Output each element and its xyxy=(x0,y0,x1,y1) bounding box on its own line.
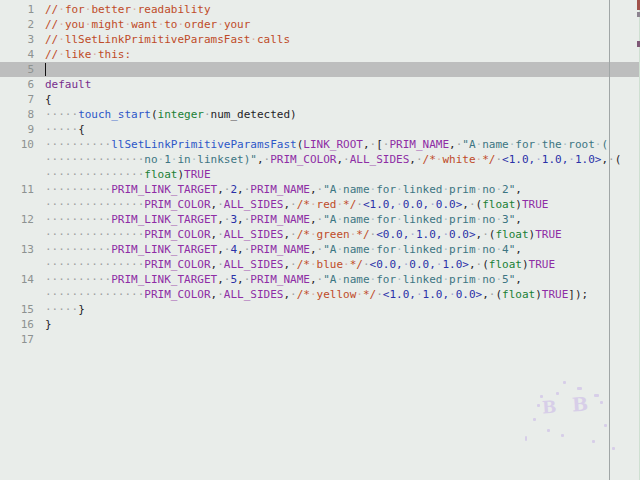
token: ALL_SIDES xyxy=(350,153,410,166)
watermark-letter: B xyxy=(571,396,588,412)
line-number xyxy=(0,227,34,242)
token: ,· xyxy=(310,213,323,226)
token: ,·( xyxy=(482,288,502,301)
token: PRIM_COLOR xyxy=(270,153,336,166)
code-text[interactable] xyxy=(34,332,640,347)
token: , xyxy=(515,243,522,256)
token: float xyxy=(502,288,535,301)
code-text[interactable]: default xyxy=(34,77,640,92)
token: ·········· xyxy=(45,138,111,151)
code-text[interactable]: ···············float)TRUE xyxy=(34,167,640,182)
script-editor[interactable]: 1//·for·better·readability2//·you·might·… xyxy=(0,0,640,480)
code-line[interactable]: 15·····} xyxy=(0,302,640,317)
token: ) xyxy=(535,288,542,301)
code-line[interactable]: 12··········PRIM_LINK_TARGET,·3,·PRIM_NA… xyxy=(0,212,640,227)
code-line[interactable]: ···············float)TRUE xyxy=(0,167,640,182)
token: TRUE xyxy=(522,198,549,211)
code-text[interactable]: ···············PRIM_COLOR,·ALL_SIDES,·/*… xyxy=(34,257,640,272)
token: , xyxy=(515,273,522,286)
token: ]); xyxy=(568,288,588,301)
token: ·········· xyxy=(45,183,111,196)
code-text[interactable]: ··········llSetLinkPrimitiveParamsFast(L… xyxy=(34,137,640,152)
token: ·num_detected) xyxy=(204,108,297,121)
token: "A·name·for·linked·prim·no·5" xyxy=(323,273,515,286)
code-line[interactable]: 7{ xyxy=(0,92,640,107)
line-number: 11 xyxy=(0,182,34,197)
code-text[interactable]: { xyxy=(34,92,640,107)
code-line[interactable]: ···············PRIM_COLOR,·ALL_SIDES,·/*… xyxy=(0,257,640,272)
code-text[interactable]: ···············PRIM_COLOR,·ALL_SIDES,·/*… xyxy=(34,197,640,212)
line-number xyxy=(0,167,34,182)
code-rows[interactable]: 1//·for·better·readability2//·you·might·… xyxy=(0,0,640,347)
token: ··············· xyxy=(45,258,144,271)
token: PRIM_COLOR xyxy=(144,288,210,301)
code-line[interactable]: 2//·you·might·want·to·order·your xyxy=(0,17,640,32)
code-line[interactable]: 14··········PRIM_LINK_TARGET,·5,·PRIM_NA… xyxy=(0,272,640,287)
token: <0.0,·1.0,·0.0> xyxy=(376,228,475,241)
code-line[interactable]: ···············no·1·in·linkset)",·PRIM_C… xyxy=(0,152,640,167)
token: ,· xyxy=(237,183,250,196)
token: touch_start xyxy=(78,108,151,121)
token: , xyxy=(515,183,522,196)
code-line[interactable]: 11··········PRIM_LINK_TARGET,·2,·PRIM_NA… xyxy=(0,182,640,197)
code-line[interactable]: 6default xyxy=(0,77,640,92)
token: ,· xyxy=(211,198,224,211)
code-text[interactable]: ·····{ xyxy=(34,122,640,137)
token: LINK_ROOT xyxy=(303,138,363,151)
code-text[interactable]: //·llSetLinkPrimitiveParamsFast·calls xyxy=(34,32,640,47)
code-text[interactable]: ·····} xyxy=(34,302,640,317)
code-line-current[interactable]: 5 xyxy=(0,62,640,77)
code-line[interactable]: ···············PRIM_COLOR,·ALL_SIDES,·/*… xyxy=(0,227,640,242)
token: ,· xyxy=(283,288,296,301)
token: ,· xyxy=(409,153,422,166)
token: PRIM_LINK_TARGET xyxy=(111,273,217,286)
token: TRUE xyxy=(542,288,569,301)
token: float xyxy=(482,198,515,211)
token: PRIM_NAME xyxy=(250,213,310,226)
code-line[interactable]: ···············PRIM_COLOR,·ALL_SIDES,·/*… xyxy=(0,197,640,212)
code-line[interactable]: ···············PRIM_COLOR,·ALL_SIDES,·/*… xyxy=(0,287,640,302)
token: /*·green·*/ xyxy=(297,228,370,241)
token: <1.0,·1.0,·1.0> xyxy=(502,153,601,166)
line-number: 8 xyxy=(0,107,34,122)
token: //·llSetLinkPrimitiveParamsFast·calls xyxy=(45,33,290,46)
code-text[interactable] xyxy=(34,62,640,77)
code-line[interactable]: 13··········PRIM_LINK_TARGET,·4,·PRIM_NA… xyxy=(0,242,640,257)
code-text[interactable]: //·you·might·want·to·order·your xyxy=(34,17,640,32)
code-line[interactable]: 10··········llSetLinkPrimitiveParamsFast… xyxy=(0,137,640,152)
code-text[interactable]: } xyxy=(34,317,640,332)
line-number: 9 xyxy=(0,122,34,137)
code-text[interactable]: ···············no·1·in·linkset)",·PRIM_C… xyxy=(34,152,640,167)
code-text[interactable]: ·····touch_start(integer·num_detected) xyxy=(34,107,640,122)
token: /*·blue·*/ xyxy=(297,258,363,271)
code-line[interactable]: 9·····{ xyxy=(0,122,640,137)
token: ALL_SIDES xyxy=(224,198,284,211)
code-line[interactable]: 8·····touch_start(integer·num_detected) xyxy=(0,107,640,122)
token: ,· xyxy=(336,153,349,166)
token: ,· xyxy=(257,153,270,166)
code-line[interactable]: 16} xyxy=(0,317,640,332)
line-number: 14 xyxy=(0,272,34,287)
annotation-marks xyxy=(636,0,640,480)
code-text[interactable]: ···············PRIM_COLOR,·ALL_SIDES,·/*… xyxy=(34,287,640,302)
code-line[interactable]: 17 xyxy=(0,332,640,347)
code-line[interactable]: 4//·like·this: xyxy=(0,47,640,62)
token: PRIM_LINK_TARGET xyxy=(111,243,217,256)
token: ,· xyxy=(217,213,230,226)
code-text[interactable]: ··········PRIM_LINK_TARGET,·2,·PRIM_NAME… xyxy=(34,182,640,197)
code-text[interactable]: //·like·this: xyxy=(34,47,640,62)
token: no·1·in·linkset)" xyxy=(144,153,257,166)
code-text[interactable]: ··········PRIM_LINK_TARGET,·4,·PRIM_NAME… xyxy=(34,242,640,257)
line-number: 15 xyxy=(0,302,34,317)
token: ,·( xyxy=(469,258,489,271)
code-text[interactable]: //·for·better·readability xyxy=(34,2,640,17)
code-text[interactable]: ··········PRIM_LINK_TARGET,·3,·PRIM_NAME… xyxy=(34,212,640,227)
token: //·for·better·readability xyxy=(45,3,211,16)
line-number xyxy=(0,152,34,167)
code-text[interactable]: ···············PRIM_COLOR,·ALL_SIDES,·/*… xyxy=(34,227,640,242)
code-text[interactable]: ··········PRIM_LINK_TARGET,·5,·PRIM_NAME… xyxy=(34,272,640,287)
code-line[interactable]: 1//·for·better·readability xyxy=(0,2,640,17)
line-number xyxy=(0,257,34,272)
code-line[interactable]: 3//·llSetLinkPrimitiveParamsFast·calls xyxy=(0,32,640,47)
line-number: 3 xyxy=(0,32,34,47)
